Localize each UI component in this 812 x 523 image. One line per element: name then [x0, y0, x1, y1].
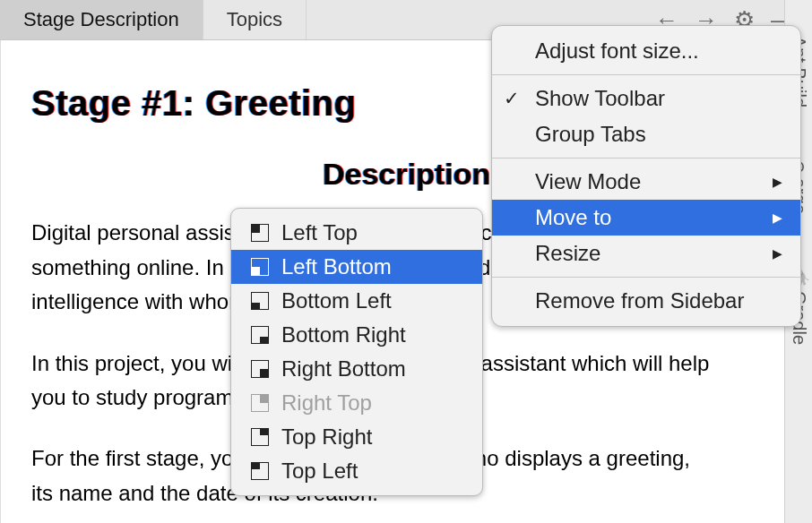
- menu-view-mode[interactable]: View Mode: [492, 164, 800, 200]
- tab-topics[interactable]: Topics: [203, 0, 307, 39]
- pos-top-right-icon: [251, 428, 269, 446]
- menu-separator: [492, 74, 800, 75]
- pos-left-bottom-icon: [251, 258, 269, 276]
- pos-bottom-left-icon: [251, 292, 269, 310]
- submenu-item-label: Right Bottom: [281, 356, 406, 382]
- menu-separator: [492, 158, 800, 159]
- pos-top-left-icon: [251, 462, 269, 480]
- pos-bottom-right-icon: [251, 326, 269, 344]
- tab-stage-description[interactable]: Stage Description: [0, 0, 203, 39]
- submenu-item-label: Top Right: [281, 424, 372, 450]
- pos-left-top-icon: [251, 224, 269, 242]
- pos-right-bottom-icon: [251, 360, 269, 378]
- submenu-right-top[interactable]: Right Top: [231, 386, 482, 420]
- options-menu: Adjust font size... ✓ Show Toolbar Group…: [491, 25, 801, 327]
- submenu-bottom-right[interactable]: Bottom Right: [231, 318, 482, 352]
- menu-item-label: Show Toolbar: [535, 86, 665, 111]
- menu-show-toolbar[interactable]: ✓ Show Toolbar: [492, 81, 800, 116]
- move-to-submenu: Left Top Left Bottom Bottom Left Bottom …: [230, 208, 483, 496]
- submenu-item-label: Left Bottom: [281, 254, 392, 279]
- menu-separator: [492, 277, 800, 278]
- submenu-top-right[interactable]: Top Right: [231, 420, 482, 454]
- submenu-item-label: Right Top: [281, 390, 372, 416]
- submenu-item-label: Bottom Right: [281, 322, 406, 347]
- submenu-right-bottom[interactable]: Right Bottom: [231, 352, 482, 386]
- submenu-top-left[interactable]: Top Left: [231, 454, 482, 488]
- menu-group-tabs[interactable]: Group Tabs: [492, 116, 800, 152]
- menu-move-to[interactable]: Move to: [492, 200, 800, 236]
- submenu-left-top[interactable]: Left Top: [231, 216, 482, 250]
- check-icon: ✓: [504, 88, 520, 109]
- submenu-item-label: Top Left: [281, 459, 358, 484]
- menu-adjust-font-size[interactable]: Adjust font size...: [492, 33, 800, 69]
- menu-resize[interactable]: Resize: [492, 236, 800, 271]
- menu-remove-from-sidebar[interactable]: Remove from Sidebar: [492, 283, 800, 319]
- pos-right-top-icon: [251, 394, 269, 412]
- submenu-bottom-left[interactable]: Bottom Left: [231, 284, 482, 318]
- submenu-left-bottom[interactable]: Left Bottom: [231, 250, 482, 284]
- submenu-item-label: Left Top: [281, 220, 358, 245]
- submenu-item-label: Bottom Left: [281, 288, 392, 313]
